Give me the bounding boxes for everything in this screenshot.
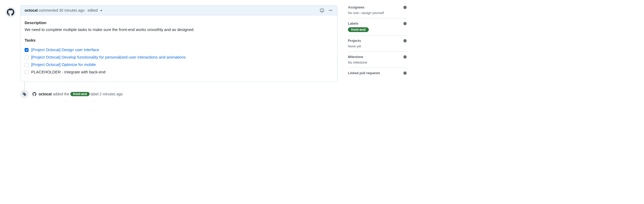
comment-timestamp[interactable]: 30 minutes ago — [59, 8, 85, 12]
assignees-title: Assignees — [348, 6, 365, 9]
event-author[interactable]: octocat — [39, 92, 52, 96]
task-text: PLACEHOLDER - Integrate with back-end — [31, 69, 105, 75]
sidebar-label-badge[interactable]: front-end — [348, 27, 369, 32]
gear-icon[interactable] — [403, 39, 407, 43]
assign-yourself-link[interactable]: assign yourself — [362, 11, 384, 15]
tag-icon — [20, 90, 29, 98]
kebab-menu-button[interactable] — [328, 8, 333, 13]
linked-prs-title: Linked pull requests — [348, 71, 380, 75]
labels-title: Labels — [348, 22, 358, 25]
event-timestamp[interactable]: 2 minutes ago — [99, 92, 123, 96]
milestone-title: Milestone — [348, 55, 363, 59]
task-link[interactable]: [Project Octocat] Design user interface — [31, 47, 99, 53]
event-action-suffix: label — [91, 92, 99, 96]
comment-box: octocat commented 30 minutes ago · edite… — [20, 5, 337, 82]
gear-icon[interactable] — [403, 5, 407, 10]
sidebar-linked-prs: Linked pull requests — [348, 68, 407, 80]
sidebar-projects: Projects None yet — [348, 36, 407, 52]
comment-header: octocat commented 30 minutes ago · edite… — [20, 6, 337, 15]
task-checkbox[interactable] — [25, 70, 29, 74]
timeline-event: octocat added the front-end label 2 minu… — [20, 90, 337, 98]
task-item: [Project Octocat] Develop functionality … — [25, 54, 333, 60]
sidebar-assignees: Assignees No one—assign yourself — [348, 5, 407, 18]
task-list: [Project Octocat] Design user interface[… — [25, 47, 333, 75]
edited-dropdown[interactable]: edited — [88, 8, 102, 12]
chevron-down-icon — [100, 10, 102, 11]
description-text: We need to complete multiple tasks to ma… — [25, 26, 333, 33]
event-action-prefix: added the — [53, 92, 69, 96]
sidebar-milestone: Milestone No milestone — [348, 52, 407, 68]
milestone-value: No milestone — [348, 61, 407, 64]
sidebar-labels: Labels front-end — [348, 18, 407, 36]
tasks-heading: Tasks — [25, 37, 333, 43]
gear-icon[interactable] — [403, 55, 407, 59]
avatar[interactable] — [5, 7, 16, 17]
task-link[interactable]: [Project Octocat] Develop functionality … — [31, 54, 186, 60]
task-item: [Project Octocat] Optimize for mobile — [25, 61, 333, 68]
comment-author[interactable]: octocat — [25, 8, 38, 12]
task-checkbox[interactable] — [25, 55, 29, 59]
task-checkbox[interactable] — [25, 63, 29, 67]
projects-value: None yet — [348, 45, 407, 48]
task-item: PLACEHOLDER - Integrate with back-end — [25, 69, 333, 75]
assignees-none-text: No one— — [348, 11, 362, 15]
task-checkbox[interactable] — [25, 48, 29, 52]
projects-title: Projects — [348, 39, 361, 43]
task-item: [Project Octocat] Design user interface — [25, 47, 333, 53]
gear-icon[interactable] — [403, 21, 407, 26]
task-link[interactable]: [Project Octocat] Optimize for mobile — [31, 61, 96, 68]
event-label-badge[interactable]: front-end — [70, 92, 90, 96]
gear-icon[interactable] — [403, 71, 407, 75]
comment-body: Description We need to complete multiple… — [20, 15, 337, 82]
commented-label: commented — [39, 8, 58, 12]
emoji-react-button[interactable] — [320, 8, 324, 13]
description-heading: Description — [25, 20, 333, 26]
dot-separator: · — [85, 8, 86, 12]
small-avatar[interactable] — [32, 91, 37, 97]
